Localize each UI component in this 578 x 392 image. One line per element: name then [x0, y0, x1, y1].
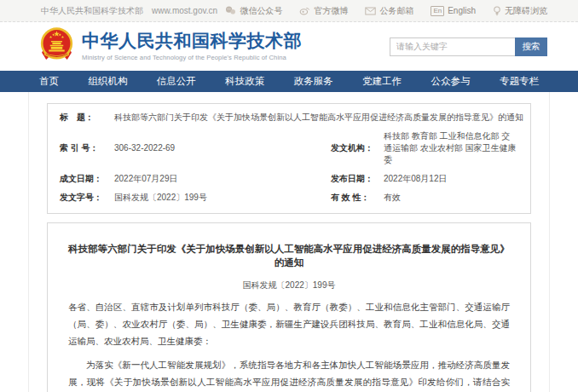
meta-publish-date-value: 2022年08月12日: [384, 170, 520, 188]
main-nav: 首页 组织机构 信息公开 科技政策 政务服务 党建工作 公众参与 专题专栏: [0, 71, 578, 92]
content-wrapper: 标 题： 科技部等六部门关于印发《关于加快场景创新以人工智能高水平应用促进经济高…: [28, 92, 550, 392]
search-bar: 搜索: [390, 37, 547, 56]
weibo-label: 官方微博: [314, 5, 348, 17]
nav-item-special-topics[interactable]: 专题专栏: [500, 75, 539, 88]
meta-index-label: 索 引 号：: [60, 139, 114, 158]
weibo-icon: [299, 6, 310, 15]
weibo-link[interactable]: 官方微博: [299, 5, 348, 17]
site-url: www.most.gov.cn: [152, 6, 217, 15]
english-label: English: [448, 6, 476, 15]
document-title: 科技部等六部门关于印发《关于加快场景创新以人工智能高水平应用促进经济高质量发展的…: [68, 242, 510, 269]
document-body: 科技部等六部门关于印发《关于加快场景创新以人工智能高水平应用促进经济高质量发展的…: [47, 222, 531, 392]
nav-item-home[interactable]: 首页: [39, 75, 59, 88]
document-paragraph: 为落实《新一代人工智能发展规划》，系统指导各地方和各主体加快人工智能场景应用，推…: [68, 356, 510, 392]
national-emblem-icon: [39, 26, 74, 66]
ministry-subtitle-en: Ministry of Science and Technology of th…: [82, 54, 302, 61]
top-utility-bar: 中华人民共和国科学技术部 www.most.gov.cn 微信公众号 官方微博 …: [0, 0, 578, 22]
nav-item-public-participation[interactable]: 公众参与: [431, 75, 471, 88]
wechat-icon: [225, 6, 236, 15]
meta-index-value: 306-32-2022-69: [114, 139, 331, 158]
site-header: 中华人民共和国科学技术部 Ministry of Science and Tec…: [0, 22, 578, 71]
nav-item-party-building[interactable]: 党建工作: [362, 75, 402, 88]
meta-validity-label: 有 效 性：: [331, 188, 384, 207]
meta-title-value: 科技部等六部门关于印发《关于加快场景创新以人工智能高水平应用促进经济高质量发展的…: [114, 108, 520, 127]
nav-item-gov-services[interactable]: 政务服务: [294, 75, 333, 88]
meta-title-label: 标 题：: [60, 108, 114, 127]
topbar-links: 微信公众号 官方微博 公务邮箱 En English 无障碍浏览: [225, 5, 547, 17]
mail-link[interactable]: 公务邮箱: [365, 5, 413, 17]
document-metadata-table: 标 题： 科技部等六部门关于印发《关于加快场景创新以人工智能高水平应用促进经济高…: [47, 103, 531, 214]
meta-publish-date-label: 发布日期：: [331, 170, 384, 188]
search-input[interactable]: [390, 37, 515, 56]
accessibility-label: 无障碍浏览: [505, 5, 547, 17]
meta-doc-number-value: 国科发规〔2022〕199号: [114, 188, 331, 207]
accessibility-link[interactable]: 无障碍浏览: [493, 5, 547, 17]
meta-written-date-value: 2022年07月29日: [114, 170, 331, 188]
meta-written-date-label: 成文日期：: [60, 170, 114, 188]
mail-icon: [365, 7, 376, 15]
accessibility-icon: [493, 6, 501, 16]
site-name: 中华人民共和国科学技术部: [41, 5, 143, 17]
ministry-title: 中华人民共和国科学技术部: [82, 32, 302, 50]
meta-doc-number-label: 发文字号：: [60, 188, 114, 207]
wechat-label: 微信公众号: [240, 5, 282, 17]
english-link[interactable]: En English: [431, 6, 476, 16]
wechat-link[interactable]: 微信公众号: [225, 5, 282, 17]
nav-item-sci-tech-policy[interactable]: 科技政策: [225, 75, 264, 88]
meta-issuer-value: 科技部 教育部 工业和信息化部 交通运输部 农业农村部 国家卫生健康委: [384, 127, 520, 170]
nav-item-info-disclosure[interactable]: 信息公开: [157, 75, 196, 88]
site-identity: 中华人民共和国科学技术部 www.most.gov.cn: [41, 5, 217, 17]
document-number: 国科发规〔2022〕199号: [68, 280, 510, 291]
meta-issuer-label: 发文机构：: [331, 139, 384, 158]
brand-home-link[interactable]: 中华人民共和国科学技术部 Ministry of Science and Tec…: [39, 26, 302, 66]
search-button[interactable]: 搜索: [515, 37, 547, 56]
brand-text: 中华人民共和国科学技术部 Ministry of Science and Tec…: [82, 32, 302, 61]
en-icon: En: [431, 6, 444, 16]
document-paragraph: 各省、自治区、直辖市及计划单列市科技厅（委、局）、教育厅（教委）、工业和信息化主…: [68, 298, 510, 349]
meta-validity-value: 有效: [384, 188, 520, 207]
mail-label: 公务邮箱: [379, 5, 413, 17]
nav-item-organization[interactable]: 组织机构: [88, 75, 127, 88]
